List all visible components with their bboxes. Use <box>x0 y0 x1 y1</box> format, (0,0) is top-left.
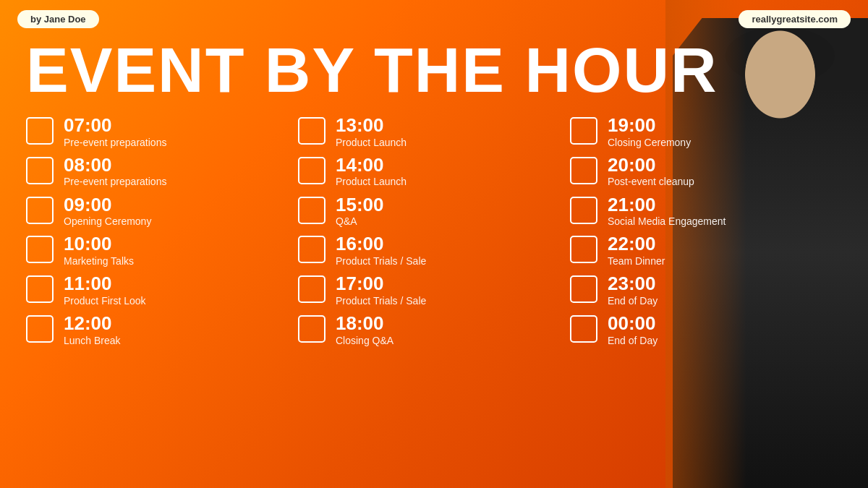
author-badge: by Jane Doe <box>17 10 99 28</box>
page-title: EVENT BY THE HOUR <box>0 38 868 115</box>
item-label: Product Launch <box>336 175 407 188</box>
item-time: 12:00 <box>64 313 121 334</box>
item-text: 17:00 Product Trials / Sale <box>336 273 426 307</box>
schedule-item: 12:00 Lunch Break <box>26 313 298 347</box>
item-time: 00:00 <box>608 313 658 334</box>
schedule-item: 22:00 Team Dinner <box>570 234 842 267</box>
schedule-item: 09:00 Opening Ceremony <box>26 194 298 228</box>
item-text: 20:00 Post-event cleanup <box>608 155 694 189</box>
item-text: 14:00 Product Launch <box>336 155 407 189</box>
item-time: 22:00 <box>608 234 665 254</box>
checkbox-21:00[interactable] <box>570 197 597 224</box>
item-time: 13:00 <box>336 115 407 136</box>
checkbox-17:00[interactable] <box>298 275 326 303</box>
schedule-grid: 07:00 Pre-event preparations 08:00 Pre-e… <box>0 115 868 347</box>
schedule-item: 19:00 Closing Ceremony <box>570 115 842 149</box>
item-time: 14:00 <box>336 155 407 176</box>
schedule-column-1: 07:00 Pre-event preparations 08:00 Pre-e… <box>26 115 298 347</box>
item-time: 18:00 <box>336 313 393 334</box>
checkbox-19:00[interactable] <box>570 117 597 145</box>
item-text: 00:00 End of Day <box>608 313 658 347</box>
item-label: Team Dinner <box>608 254 665 267</box>
checkbox-20:00[interactable] <box>570 157 597 184</box>
schedule-item: 21:00 Social Media Engagement <box>570 194 842 228</box>
item-text: 19:00 Closing Ceremony <box>608 115 691 149</box>
item-time: 11:00 <box>64 273 146 294</box>
item-text: 21:00 Social Media Engagement <box>608 194 726 228</box>
checkbox-13:00[interactable] <box>298 117 326 145</box>
top-bar: by Jane Doe reallygreatsite.com <box>0 0 868 38</box>
checkbox-07:00[interactable] <box>26 117 54 145</box>
schedule-item: 11:00 Product First Look <box>26 273 298 307</box>
item-time: 15:00 <box>336 194 384 215</box>
item-text: 16:00 Product Trials / Sale <box>336 234 426 267</box>
item-label: Q&A <box>336 215 384 228</box>
item-time: 07:00 <box>64 115 166 136</box>
schedule-item: 14:00 Product Launch <box>298 155 570 189</box>
item-time: 19:00 <box>608 115 691 136</box>
item-time: 09:00 <box>64 194 151 215</box>
checkbox-10:00[interactable] <box>26 236 54 263</box>
item-time: 21:00 <box>608 194 726 215</box>
schedule-item: 16:00 Product Trials / Sale <box>298 234 570 267</box>
checkbox-16:00[interactable] <box>298 236 326 263</box>
item-time: 08:00 <box>64 155 166 176</box>
item-time: 23:00 <box>608 273 658 294</box>
item-text: 11:00 Product First Look <box>64 273 146 307</box>
item-label: Product First Look <box>64 294 146 307</box>
item-label: Closing Q&A <box>336 334 393 347</box>
item-text: 10:00 Marketing Talks <box>64 234 134 267</box>
schedule-item: 18:00 Closing Q&A <box>298 313 570 347</box>
schedule-item: 13:00 Product Launch <box>298 115 570 149</box>
item-label: Social Media Engagement <box>608 215 726 228</box>
schedule-item: 23:00 End of Day <box>570 273 842 307</box>
item-label: Product Trials / Sale <box>336 254 426 267</box>
item-text: 09:00 Opening Ceremony <box>64 194 151 228</box>
item-time: 10:00 <box>64 234 134 254</box>
item-label: Opening Ceremony <box>64 215 151 228</box>
item-label: Post-event cleanup <box>608 175 694 188</box>
checkbox-12:00[interactable] <box>26 315 54 343</box>
schedule-column-2: 13:00 Product Launch 14:00 Product Launc… <box>298 115 570 347</box>
checkbox-18:00[interactable] <box>298 315 326 343</box>
item-label: Marketing Talks <box>64 254 134 267</box>
schedule-item: 08:00 Pre-event preparations <box>26 155 298 189</box>
schedule-item: 17:00 Product Trials / Sale <box>298 273 570 307</box>
schedule-item: 20:00 Post-event cleanup <box>570 155 842 189</box>
item-label: End of Day <box>608 294 658 307</box>
item-label: Closing Ceremony <box>608 136 691 149</box>
checkbox-23:00[interactable] <box>570 275 597 303</box>
item-text: 12:00 Lunch Break <box>64 313 121 347</box>
schedule-column-3: 19:00 Closing Ceremony 20:00 Post-event … <box>570 115 842 347</box>
item-label: Product Launch <box>336 136 407 149</box>
checkbox-14:00[interactable] <box>298 157 326 184</box>
checkbox-00:00[interactable] <box>570 315 597 343</box>
item-time: 17:00 <box>336 273 426 294</box>
schedule-item: 10:00 Marketing Talks <box>26 234 298 267</box>
item-text: 08:00 Pre-event preparations <box>64 155 166 189</box>
checkbox-11:00[interactable] <box>26 275 54 303</box>
item-time: 16:00 <box>336 234 426 254</box>
item-text: 23:00 End of Day <box>608 273 658 307</box>
checkbox-09:00[interactable] <box>26 197 54 224</box>
item-label: Pre-event preparations <box>64 136 166 149</box>
checkbox-15:00[interactable] <box>298 197 326 224</box>
item-text: 15:00 Q&A <box>336 194 384 228</box>
item-label: Product Trials / Sale <box>336 294 426 307</box>
item-text: 07:00 Pre-event preparations <box>64 115 166 149</box>
schedule-item: 15:00 Q&A <box>298 194 570 228</box>
item-label: Lunch Break <box>64 334 121 347</box>
checkbox-22:00[interactable] <box>570 236 597 263</box>
item-time: 20:00 <box>608 155 694 176</box>
schedule-item: 07:00 Pre-event preparations <box>26 115 298 149</box>
item-text: 13:00 Product Launch <box>336 115 407 149</box>
item-text: 18:00 Closing Q&A <box>336 313 393 347</box>
checkbox-08:00[interactable] <box>26 157 54 184</box>
item-text: 22:00 Team Dinner <box>608 234 665 267</box>
website-badge: reallygreatsite.com <box>739 10 851 28</box>
item-label: Pre-event preparations <box>64 175 166 188</box>
item-label: End of Day <box>608 334 658 347</box>
schedule-item: 00:00 End of Day <box>570 313 842 347</box>
